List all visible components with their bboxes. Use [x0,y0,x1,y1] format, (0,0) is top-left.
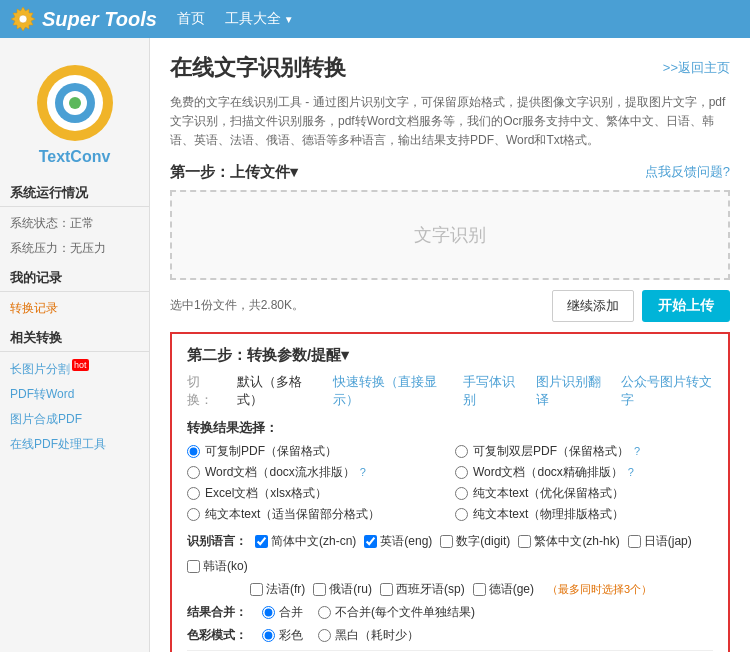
nav-tools-dropdown[interactable]: 工具大全 ▼ [225,10,294,28]
back-link[interactable]: >>返回主页 [663,59,730,77]
color-bw[interactable]: 黑白（耗时少） [318,627,419,644]
logo-text: Super Tools [42,8,157,31]
sidebar-convert-records[interactable]: 转换记录 [0,296,149,321]
checkbox-zh-hk[interactable] [518,535,531,548]
continue-add-button[interactable]: 继续添加 [552,290,634,322]
lang-jap[interactable]: 日语(jap) [628,533,692,550]
result-separate[interactable]: 不合并(每个文件单独结果) [318,604,475,621]
step2-box: 第二步：转换参数/提醒▾ 切换： 默认（多格式） 快速转换（直接显示） 手写体识… [170,332,730,652]
lang-fr[interactable]: 法语(fr) [250,581,305,598]
page-title: 在线文字识别转换 [170,53,346,83]
checkbox-zh-cn[interactable] [255,535,268,548]
sidebar-item-longimg[interactable]: 长图片分割hot [0,356,149,382]
color-row: 色彩模式： 彩色 黑白（耗时少） [187,627,713,644]
option-word-flow: Word文档（docx流水排版） ? [187,464,445,481]
lang-zh-cn[interactable]: 简体中文(zh-cn) [255,533,356,550]
sidebar-section-records: 我的记录 [0,261,149,292]
sidebar-section-system: 系统运行情况 [0,176,149,207]
upload-buttons: 继续添加 开始上传 [552,290,730,322]
step1-title: 第一步：上传文件▾ [170,163,298,182]
radio-separate[interactable] [318,606,331,619]
sidebar-system-pressure: 系统压力：无压力 [0,236,149,261]
sidebar-logo-circle [35,63,115,143]
sidebar: TextConv 系统运行情况 系统状态：正常 系统压力：无压力 我的记录 转换… [0,38,150,652]
result-merge[interactable]: 合并 [262,604,303,621]
checkbox-ru[interactable] [313,583,326,596]
checkbox-ge[interactable] [473,583,486,596]
lang-eng[interactable]: 英语(eng) [364,533,432,550]
svg-point-1 [19,15,27,23]
option-pdf-copy: 可复制PDF（保留格式） [187,443,445,460]
sidebar-logo-text: TextConv [39,148,111,166]
tabs-row: 切换： 默认（多格式） 快速转换（直接显示） 手写体识别 图片识别翻译 公众号图… [187,373,713,409]
checkbox-fr[interactable] [250,583,263,596]
logo-icon [10,6,36,32]
color-color[interactable]: 彩色 [262,627,303,644]
checkbox-eng[interactable] [364,535,377,548]
sidebar-logo-area: TextConv [0,48,149,176]
header: Super Tools 首页 工具大全 ▼ [0,0,750,38]
lang-digit[interactable]: 数字(digit) [440,533,510,550]
upload-placeholder: 文字识别 [414,223,486,247]
pdf-double-help[interactable]: ? [634,445,640,457]
tab-default[interactable]: 默认（多格式） [237,373,318,409]
checkbox-jap[interactable] [628,535,641,548]
sidebar-item-pdf2word[interactable]: PDF转Word [0,382,149,407]
sidebar-item-imgpdf[interactable]: 图片合成PDF [0,407,149,432]
radio-text-physical[interactable] [455,508,468,521]
lang-note: （最多同时选择3个） [547,582,652,597]
checkbox-sp[interactable] [380,583,393,596]
sidebar-section-related: 相关转换 [0,321,149,352]
radio-bw[interactable] [318,629,331,642]
lang-ge[interactable]: 德语(ge) [473,581,534,598]
options-label: 转换结果选择： [187,419,713,437]
hot-badge: hot [72,359,89,371]
upload-controls: 选中1份文件，共2.80K。 继续添加 开始上传 [170,290,730,322]
radio-word-precise[interactable] [455,466,468,479]
upload-area[interactable]: 文字识别 [170,190,730,280]
content-area: 在线文字识别转换 >>返回主页 免费的文字在线识别工具 - 通过图片识别文字，可… [150,38,750,652]
option-text-physical: 纯文本text（物理排版格式） [455,506,713,523]
tab-translate[interactable]: 图片识别翻译 [536,373,605,409]
lang-sp[interactable]: 西班牙语(sp) [380,581,465,598]
result-row: 结果合并： 合并 不合并(每个文件单独结果) [187,604,713,621]
word-flow-help[interactable]: ? [360,466,366,478]
sidebar-item-pdftools[interactable]: 在线PDF处理工具 [0,432,149,457]
radio-excel[interactable] [187,487,200,500]
options-grid: 可复制PDF（保留格式） 可复制双层PDF（保留格式） ? Word文档（doc… [187,443,713,523]
sidebar-system-status: 系统状态：正常 [0,211,149,236]
lang-label: 识别语言： [187,533,247,550]
feedback-link[interactable]: 点我反馈问题? [645,163,730,181]
main-container: TextConv 系统运行情况 系统状态：正常 系统压力：无压力 我的记录 转换… [0,38,750,652]
option-text-partial: 纯文本text（适当保留部分格式） [187,506,445,523]
start-upload-button[interactable]: 开始上传 [642,290,730,322]
radio-pdf-copy[interactable] [187,445,200,458]
lang-ko[interactable]: 韩语(ko) [187,558,248,575]
nav-home[interactable]: 首页 [177,10,205,28]
tab-handwriting[interactable]: 手写体识别 [463,373,521,409]
checkbox-ko[interactable] [187,560,200,573]
logo-area: Super Tools [10,6,157,32]
word-precise-help[interactable]: ? [628,466,634,478]
radio-text-partial[interactable] [187,508,200,521]
tab-wechat[interactable]: 公众号图片转文字 [621,373,714,409]
textconv-logo-svg [35,63,115,143]
description: 免费的文字在线识别工具 - 通过图片识别文字，可保留原始格式，提供图像文字识别，… [170,93,730,151]
nav-tools-arrow: ▼ [284,14,294,25]
lang-zh-hk[interactable]: 繁体中文(zh-hk) [518,533,619,550]
radio-word-flow[interactable] [187,466,200,479]
radio-pdf-double[interactable] [455,445,468,458]
option-pdf-double: 可复制双层PDF（保留格式） ? [455,443,713,460]
color-label: 色彩模式： [187,627,247,644]
option-word-precise: Word文档（docx精确排版） ? [455,464,713,481]
radio-color[interactable] [262,629,275,642]
result-label: 结果合并： [187,604,247,621]
checkbox-digit[interactable] [440,535,453,548]
option-text-opt: 纯文本text（优化保留格式） [455,485,713,502]
option-excel: Excel文档（xlsx格式） [187,485,445,502]
radio-merge[interactable] [262,606,275,619]
lang-ru[interactable]: 俄语(ru) [313,581,372,598]
radio-text-opt[interactable] [455,487,468,500]
step2-title: 第二步：转换参数/提醒▾ [187,346,713,365]
tab-fast[interactable]: 快速转换（直接显示） [333,373,449,409]
